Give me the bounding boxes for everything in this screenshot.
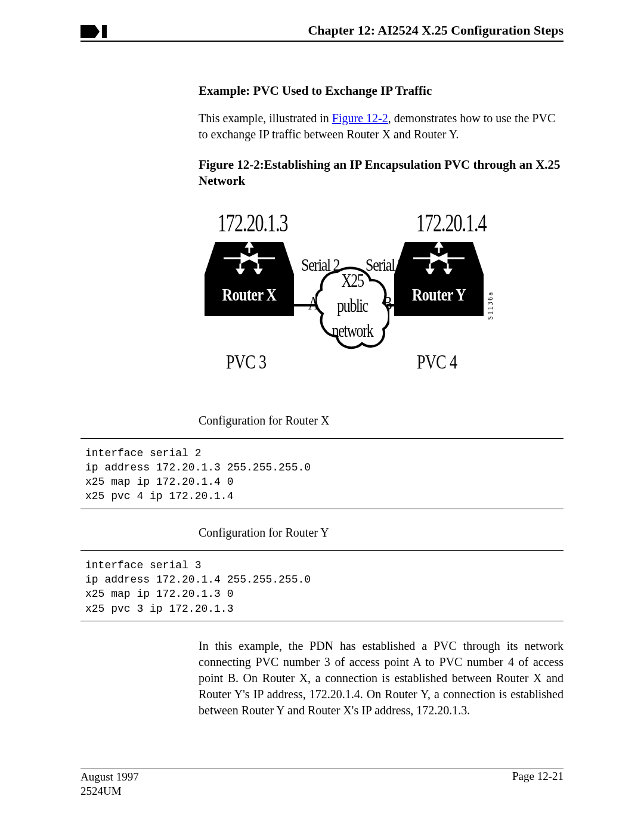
ip-right-label: 172.20.1.4 (416, 209, 487, 237)
chapter-title: Chapter 12: AI2524 X.25 Configuration St… (308, 23, 564, 38)
figure-heading: Figure 12-2:Establishing an IP Encapsula… (199, 157, 564, 190)
divider (80, 509, 564, 509)
footer-page: Page 12-21 (512, 770, 564, 799)
pvc-4-label: PVC 4 (417, 351, 457, 374)
page: Chapter 12: AI2524 X.25 Configuration St… (80, 24, 564, 805)
figure-link[interactable]: Figure 12-2 (332, 112, 388, 125)
cloud-text-3: network (315, 321, 389, 342)
page-header: Chapter 12: AI2524 X.25 Configuration St… (80, 24, 564, 42)
content-column: Example: PVC Used to Exchange IP Traffic… (199, 83, 564, 390)
router-x-body: Router X (205, 274, 294, 316)
closing-paragraph: In this example, the PDN has established… (199, 638, 564, 719)
config-y-code: interface serial 3 ip address 172.20.1.4… (85, 558, 564, 616)
ip-left-label: 172.20.1.3 (218, 209, 288, 237)
divider (80, 438, 564, 439)
company-logo-icon (80, 25, 107, 38)
page-footer: August 1997 2524UM Page 12-21 (80, 770, 564, 799)
divider (80, 550, 564, 551)
router-y-top-icon (394, 242, 484, 274)
intro-text-before: This example, illustrated in (199, 112, 332, 125)
footer-doc: 2524UM (80, 785, 122, 797)
x25-cloud-icon: X25 public network (315, 266, 389, 354)
config-y-label: Configuration for Router Y (199, 526, 564, 540)
footer-left: August 1997 2524UM (80, 770, 139, 799)
router-x: Router X (205, 242, 294, 316)
router-y-body: Router Y (394, 274, 484, 316)
example-heading: Example: PVC Used to Exchange IP Traffic (199, 83, 564, 98)
footer-date: August 1997 (80, 770, 139, 783)
figure-side-code: S1136a (487, 291, 494, 320)
pvc-3-label: PVC 3 (226, 351, 267, 374)
intro-paragraph: This example, illustrated in Figure 12-2… (199, 110, 564, 143)
config-x-code: interface serial 2 ip address 172.20.1.3… (85, 446, 564, 504)
divider (80, 621, 564, 621)
connector-line-left (294, 304, 318, 306)
figure-diagram: 172.20.1.3 172.20.1.4 (205, 211, 515, 390)
router-x-label: Router X (222, 285, 277, 305)
router-y-label: Router Y (412, 285, 466, 305)
cloud-text-1: X25 (315, 271, 389, 292)
router-x-top-icon (205, 242, 294, 274)
cloud-text-2: public (315, 296, 389, 317)
router-y: Router Y (394, 242, 484, 316)
config-x-label: Configuration for Router X (199, 414, 564, 428)
